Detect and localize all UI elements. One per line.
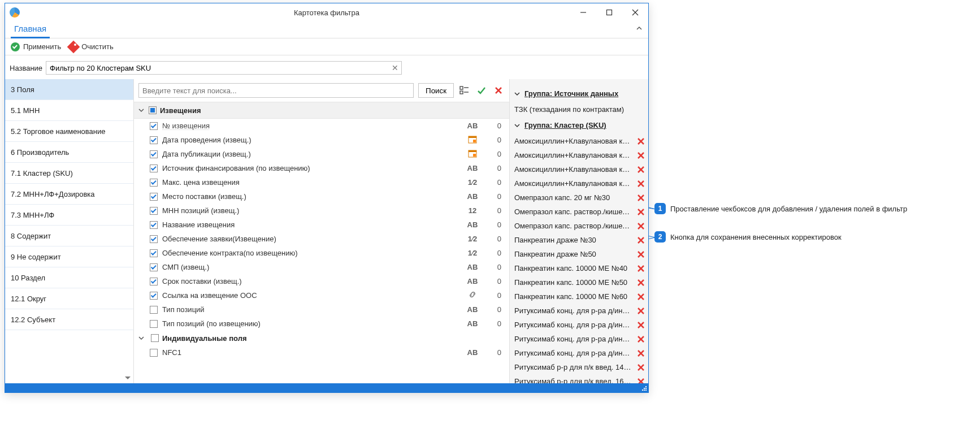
collapse-ribbon-icon[interactable] <box>636 25 643 33</box>
remove-filter-icon[interactable] <box>636 193 646 203</box>
field-checkbox[interactable] <box>150 235 158 243</box>
remove-filter-icon[interactable] <box>636 165 646 175</box>
field-checkbox[interactable] <box>150 179 158 187</box>
field-checkbox[interactable] <box>150 278 158 285</box>
category-item[interactable]: 6 Производитель <box>5 142 133 163</box>
fields-tree[interactable]: № извещения АВ 0 Дата проведения (извещ.… <box>134 119 509 383</box>
remove-filter-icon[interactable] <box>636 292 646 302</box>
number-type-icon: 12 <box>469 206 476 215</box>
remove-filter-icon[interactable] <box>636 263 646 274</box>
field-checkbox[interactable] <box>150 207 158 215</box>
remove-filter-icon[interactable] <box>636 334 646 344</box>
tree-group2-header[interactable]: Индивидуальные поля <box>134 331 509 345</box>
category-item[interactable]: 8 Содержит <box>5 226 133 246</box>
clear-name-icon[interactable]: ✕ <box>389 63 401 72</box>
remove-filter-icon[interactable] <box>636 207 646 217</box>
field-checkbox[interactable] <box>150 263 158 271</box>
field-checkbox[interactable] <box>150 349 158 357</box>
field-label[interactable]: № извещения <box>162 122 458 130</box>
search-button[interactable]: Поиск <box>418 83 454 98</box>
field-checkbox[interactable] <box>150 150 158 158</box>
field-label[interactable]: Срок поставки (извещ.) <box>162 277 458 285</box>
field-label[interactable]: Название извещения <box>162 220 458 229</box>
category-item[interactable]: 3 Поля <box>5 79 133 100</box>
tab-main[interactable]: Главная <box>11 21 50 38</box>
maximize-button[interactable] <box>596 3 622 21</box>
filter-item-label: Ритуксимаб конц. для р-ра д/инф... <box>514 321 632 329</box>
remove-filter-icon[interactable] <box>636 136 646 146</box>
field-checkbox[interactable] <box>150 320 158 328</box>
category-item[interactable]: 7.3 МНН+ЛФ <box>5 205 133 226</box>
field-label[interactable]: Источник финансирования (по извещению) <box>162 164 458 172</box>
category-item[interactable]: 7.2 МНН+ЛФ+Дозировка <box>5 184 133 205</box>
remove-filter-icon[interactable] <box>636 150 646 161</box>
field-count: 0 <box>487 164 504 172</box>
field-label[interactable]: NFC1 <box>162 348 458 357</box>
category-item[interactable]: 12.1 Округ <box>5 288 133 309</box>
callout-1-text: Проставление чекбоксов для добавления / … <box>670 205 907 213</box>
scroll-down-icon[interactable] <box>123 373 132 382</box>
fields-panel: Поиск <box>134 79 510 383</box>
field-checkbox[interactable] <box>150 221 158 229</box>
field-type <box>463 149 482 159</box>
field-checkbox[interactable] <box>150 249 158 257</box>
remove-filter-icon[interactable] <box>636 362 646 373</box>
field-label[interactable]: СМП (извещ.) <box>162 263 458 271</box>
caret-down-icon[interactable] <box>138 335 145 341</box>
field-label[interactable]: Тип позиций (по извещению) <box>162 319 458 328</box>
category-item[interactable]: 5.1 МНН <box>5 100 133 121</box>
remove-filter-icon[interactable] <box>636 179 646 189</box>
caret-down-icon[interactable] <box>514 91 521 97</box>
caret-down-icon[interactable] <box>514 123 521 128</box>
remove-filter-icon[interactable] <box>636 320 646 330</box>
field-label[interactable]: Дата проведения (извещ.) <box>162 136 458 144</box>
category-item[interactable]: 12.2 Субъект <box>5 309 133 330</box>
tree-group-header[interactable]: Извещения <box>134 102 509 119</box>
callout-1: 1 Проставление чекбоксов для добавления … <box>654 203 907 214</box>
remove-filter-icon[interactable] <box>636 235 646 245</box>
filter-item-row: ТЗК (техзадания по контрактам) <box>514 102 646 116</box>
filter-group-header[interactable]: Группа: Источник данных <box>514 89 646 98</box>
cancel-icon[interactable] <box>492 84 505 97</box>
category-item[interactable]: 10 Раздел <box>5 267 133 288</box>
group2-checkbox[interactable] <box>151 334 159 342</box>
remove-filter-icon[interactable] <box>636 348 646 358</box>
group-tristate-checkbox[interactable] <box>149 106 157 114</box>
field-checkbox[interactable] <box>150 165 158 172</box>
minimize-button[interactable] <box>570 3 596 21</box>
category-item[interactable]: 9 Не содержит <box>5 246 133 267</box>
remove-filter-icon[interactable] <box>636 249 646 259</box>
field-checkbox[interactable] <box>150 122 158 130</box>
confirm-icon[interactable] <box>475 84 488 97</box>
field-label[interactable]: Обеспечение контракта(по извещению) <box>162 249 458 257</box>
remove-filter-icon[interactable] <box>636 278 646 288</box>
field-checkbox[interactable] <box>150 136 158 144</box>
field-checkbox[interactable] <box>150 306 158 314</box>
filter-name-input[interactable] <box>46 64 389 72</box>
category-item[interactable]: 5.2 Торговое наименование <box>5 121 133 142</box>
close-button[interactable] <box>622 3 648 21</box>
columns-config-icon[interactable] <box>458 84 471 97</box>
filter-group-header[interactable]: Группа: Кластер (SKU) <box>514 121 646 129</box>
app-logo-icon <box>10 7 20 18</box>
remove-filter-icon[interactable] <box>636 377 646 384</box>
field-checkbox[interactable] <box>150 292 158 300</box>
field-label[interactable]: Обеспечение заявки(Извещение) <box>162 235 458 243</box>
field-label[interactable]: МНН позиций (извещ.) <box>162 206 458 215</box>
field-label[interactable]: Макс. цена извещения <box>162 178 458 187</box>
field-label[interactable]: Дата публикации (извещ.) <box>162 150 458 158</box>
field-count: 0 <box>487 122 504 130</box>
remove-filter-icon[interactable] <box>636 306 646 316</box>
field-checkbox[interactable] <box>150 193 158 201</box>
svg-rect-20 <box>473 154 476 157</box>
field-row: Тип позиций АВ 0 <box>134 302 509 317</box>
apply-button[interactable]: Применить <box>11 42 61 51</box>
category-item[interactable]: 7.1 Кластер (SKU) <box>5 163 133 184</box>
clear-button[interactable]: Очистить <box>69 42 114 51</box>
caret-down-icon[interactable] <box>138 107 145 113</box>
remove-filter-icon[interactable] <box>636 221 646 231</box>
field-label[interactable]: Место поставки (извещ.) <box>162 192 458 201</box>
field-label[interactable]: Тип позиций <box>162 305 458 314</box>
field-label[interactable]: Ссылка на извещение ООС <box>162 291 458 300</box>
search-input[interactable] <box>138 83 414 98</box>
